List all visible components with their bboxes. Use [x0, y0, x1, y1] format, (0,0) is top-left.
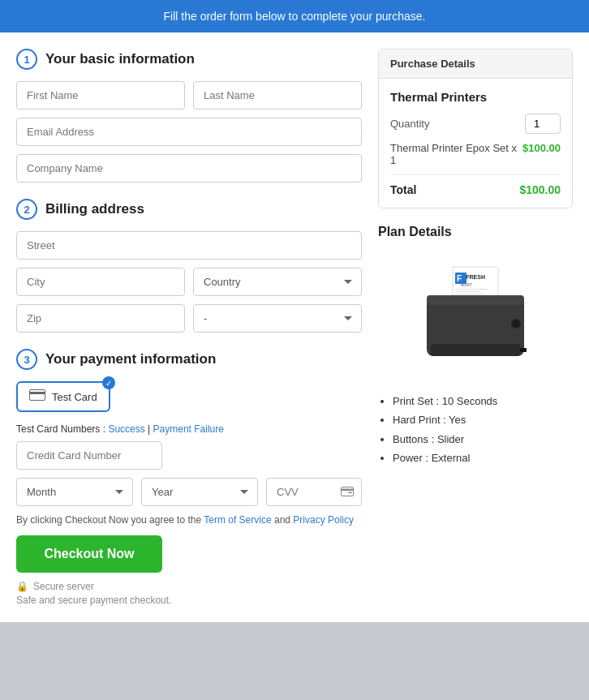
svg-rect-19 [520, 348, 527, 352]
success-link[interactable]: Success [108, 423, 144, 435]
checkout-button[interactable]: Checkout Now [16, 535, 162, 573]
failure-link[interactable]: Payment Failure [153, 423, 224, 435]
secure-note: Safe and secure payment checkout. [16, 595, 362, 606]
plan-feature-item: Power : External [393, 449, 573, 467]
plan-feature-item: Buttons : Slider [393, 430, 573, 449]
left-panel: 1 Your basic information 2 [16, 49, 362, 606]
country-select[interactable]: Country [193, 268, 362, 296]
top-banner: Fill the order form below to complete yo… [0, 0, 589, 32]
total-row: Total $100.00 [390, 183, 561, 196]
step3-header: 3 Your payment information [16, 349, 362, 370]
cvv-icon [341, 486, 354, 499]
test-card-option[interactable]: Test Card ✓ [16, 381, 110, 412]
quantity-label: Quantity [390, 118, 429, 130]
svg-rect-12 [455, 294, 484, 294]
svg-rect-18 [431, 344, 520, 356]
purchase-details-box: Purchase Details Thermal Printers Quanti… [378, 49, 573, 208]
plan-features: Print Set : 10 SecondsHard Print : YesBu… [378, 392, 573, 468]
last-name-input[interactable] [193, 81, 362, 110]
first-name-input[interactable] [16, 81, 185, 110]
step1-header: 1 Your basic information [16, 49, 362, 70]
plan-feature-item: Hard Print : Yes [393, 410, 573, 429]
printer-svg: F FRESH MART F [411, 251, 540, 380]
total-price: $100.00 [519, 183, 561, 196]
card-check-badge: ✓ [102, 376, 115, 389]
purchase-details-header: Purchase Details [379, 49, 572, 79]
step2-header: 2 Billing address [16, 199, 362, 220]
svg-rect-10 [455, 289, 488, 290]
step2-circle: 2 [16, 199, 37, 220]
year-select[interactable]: Year [141, 478, 258, 506]
purchase-details-body: Thermal Printers Quantity Thermal Printe… [379, 79, 572, 208]
lock-icon: 🔒 [16, 581, 28, 592]
banner-text: Fill the order form below to complete yo… [164, 10, 426, 23]
quantity-row: Quantity [390, 114, 561, 134]
secure-label: Secure server [33, 581, 94, 592]
city-input[interactable] [16, 268, 185, 296]
svg-rect-11 [455, 291, 479, 292]
step1-circle: 1 [16, 49, 37, 70]
step1-title: Your basic information [45, 51, 195, 67]
svg-point-17 [513, 320, 519, 327]
right-panel: Purchase Details Thermal Printers Quanti… [378, 49, 573, 606]
state-select[interactable]: - [193, 304, 362, 333]
card-icon [29, 389, 45, 404]
plan-details-title: Plan Details [378, 225, 573, 239]
step2-title: Billing address [45, 201, 144, 217]
test-card-info: Test Card Numbers : Success | Payment Fa… [16, 423, 362, 435]
email-input[interactable] [16, 118, 362, 146]
company-input[interactable] [16, 154, 362, 183]
quantity-input[interactable] [525, 114, 561, 134]
cc-number-row [16, 441, 362, 470]
zip-input[interactable] [16, 304, 185, 333]
month-select[interactable]: Month [16, 478, 133, 506]
svg-rect-2 [342, 487, 354, 496]
step2-section: 2 Billing address Country - [16, 199, 362, 333]
company-row [16, 154, 362, 183]
test-card-separator: | [148, 423, 150, 435]
svg-rect-1 [29, 392, 45, 394]
privacy-link[interactable]: Privacy Policy [293, 514, 354, 526]
plan-feature-item: Print Set : 10 Seconds [393, 392, 573, 410]
street-input[interactable] [16, 231, 362, 260]
agreement-text: By clicking Checkout Now you agree to th… [16, 514, 362, 526]
city-country-row: Country [16, 268, 362, 296]
total-label: Total [390, 183, 416, 196]
email-row [16, 118, 362, 146]
step3-section: 3 Your payment information Test Card ✓ [16, 349, 362, 606]
cc-number-input[interactable] [16, 441, 162, 470]
step3-title: Your payment information [45, 351, 216, 367]
main-content: 1 Your basic information 2 [0, 32, 589, 622]
line-item-name: Thermal Printer Epox Set x 1 [390, 142, 522, 166]
name-row [16, 81, 362, 110]
line-item-row: Thermal Printer Epox Set x 1 $100.00 [390, 142, 561, 175]
svg-rect-15 [427, 295, 524, 305]
card-option-label: Test Card [52, 391, 97, 403]
zip-state-row: - [16, 304, 362, 333]
secure-row: 🔒 Secure server [16, 581, 362, 592]
svg-rect-0 [30, 390, 45, 401]
plan-details-section: Plan Details F FRESH MART [378, 225, 573, 468]
cvv-row: Month Year [16, 478, 362, 506]
street-row [16, 231, 362, 260]
svg-text:F: F [457, 274, 462, 283]
svg-rect-4 [348, 492, 352, 493]
product-name: Thermal Printers [390, 90, 561, 104]
tos-link[interactable]: Term of Service [204, 514, 271, 526]
cvv-wrap [266, 478, 362, 506]
printer-image: F FRESH MART F [378, 251, 573, 380]
page-wrapper: Fill the order form below to complete yo… [0, 0, 589, 622]
svg-rect-3 [341, 488, 354, 491]
step3-circle: 3 [16, 349, 37, 370]
line-item-price: $100.00 [522, 142, 561, 166]
